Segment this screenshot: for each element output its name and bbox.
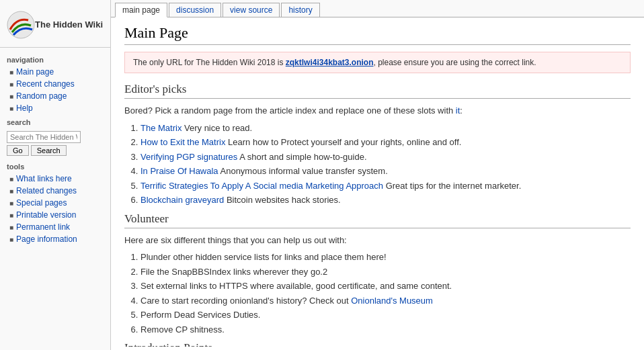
search-section-title: search <box>0 114 110 128</box>
sidebar-item-permanent-link[interactable]: ■ Permanent link <box>0 221 110 233</box>
pick-link-4[interactable]: In Praise Of Hawala <box>140 166 218 176</box>
search-box: Go Search <box>0 128 110 159</box>
list-item: Blockchain graveyard Bitcoin websites ha… <box>140 193 631 207</box>
tool-bullet: ■ <box>9 224 13 231</box>
nav-bullet: ■ <box>9 105 13 112</box>
pick-text-6: Bitcoin websites hack stories. <box>224 195 340 205</box>
nav-section-title: navigation <box>0 52 110 66</box>
sidebar-item-special-pages[interactable]: ■ Special pages <box>0 197 110 209</box>
list-item: Terrific Strategies To Apply A Social me… <box>140 179 631 193</box>
sidebar-item-help[interactable]: ■ Help <box>0 102 110 114</box>
tool-link-what-links-here[interactable]: What links here <box>16 174 72 183</box>
introduction-points-title: Introduction Points <box>124 341 631 347</box>
sidebar: The Hidden Wiki navigation ■ Main page ■… <box>0 0 111 350</box>
page-title: Main Page <box>124 24 631 45</box>
pick-text-1: Very nice to read. <box>182 123 252 133</box>
sidebar-item-printable-version[interactable]: ■ Printable version <box>0 209 110 221</box>
tool-bullet: ■ <box>9 175 13 183</box>
list-item: In Praise Of Hawala Anonymous informal v… <box>140 165 631 178</box>
sidebar-item-page-information[interactable]: ■ Page information <box>0 233 110 245</box>
pick-text-3: A short and simple how-to-guide. <box>237 152 366 162</box>
tab-discussion[interactable]: discussion <box>169 3 221 17</box>
editors-picks-intro: Bored? Pick a random page from the artic… <box>124 104 631 118</box>
sidebar-item-related-changes[interactable]: ■ Related changes <box>0 185 110 197</box>
pick-link-2[interactable]: How to Exit the Matrix <box>140 137 225 147</box>
list-item: Set external links to HTTPS where availa… <box>140 279 631 293</box>
list-item: Perform Dead Services Duties. <box>140 308 631 322</box>
list-item: Care to start recording onionland's hist… <box>140 294 631 308</box>
nav-link-main-page[interactable]: Main page <box>16 67 54 77</box>
tool-link-special-pages[interactable]: Special pages <box>16 198 67 208</box>
tool-link-permanent-link[interactable]: Permanent link <box>16 222 70 232</box>
sidebar-item-what-links-here[interactable]: ■ What links here <box>0 173 110 185</box>
sidebar-item-main-page[interactable]: ■ Main page <box>0 66 110 78</box>
tool-bullet: ■ <box>9 212 13 219</box>
sidebar-item-recent-changes[interactable]: ■ Recent changes <box>0 78 110 90</box>
logo-text: The Hidden Wiki <box>35 19 103 31</box>
alert-text-after: , please ensure you are using the correc… <box>373 58 536 67</box>
pick-text-5: Great tips for the internet marketer. <box>383 181 521 191</box>
pick-link-3[interactable]: Verifying PGP signatures <box>140 152 237 162</box>
tab-view-source[interactable]: view source <box>223 3 280 17</box>
pick-text-4: Anonymous informal value transfer system… <box>218 166 388 176</box>
nav-bullet: ■ <box>9 81 13 88</box>
volunteer-museum-link[interactable]: Onionland's Museum <box>351 296 433 306</box>
list-item: Remove CP shitness. <box>140 323 631 337</box>
alert-box: The only URL for The Hidden Wiki 2018 is… <box>124 52 631 73</box>
search-input[interactable] <box>7 131 81 143</box>
nav-bullet: ■ <box>9 69 13 76</box>
sidebar-item-random-page[interactable]: ■ Random page <box>0 90 110 102</box>
tool-bullet: ■ <box>9 200 13 207</box>
search-button[interactable]: Search <box>31 145 67 156</box>
logo-icon <box>7 11 35 39</box>
tool-bullet: ■ <box>9 187 13 195</box>
volunteer-list: Plunder other hidden service lists for l… <box>140 251 631 336</box>
editors-picks-title: Editor's picks <box>124 83 631 99</box>
list-item: Verifying PGP signatures A short and sim… <box>140 150 631 164</box>
nav-link-help[interactable]: Help <box>16 103 33 113</box>
go-button[interactable]: Go <box>7 145 29 156</box>
tool-link-related-changes[interactable]: Related changes <box>16 186 77 195</box>
alert-text-before: The only URL for The Hidden Wiki 2018 is <box>133 58 286 67</box>
pick-link-6[interactable]: Blockchain graveyard <box>140 195 224 205</box>
nav-link-recent-changes[interactable]: Recent changes <box>16 79 75 89</box>
tab-bar: main page discussion view source history <box>111 0 644 17</box>
content-area: Main Page The only URL for The Hidden Wi… <box>111 17 644 347</box>
tab-main-page[interactable]: main page <box>115 3 167 17</box>
list-item: File the SnapBBSIndex links wherever the… <box>140 265 631 279</box>
pick-text-2: Learn how to Protect yourself and your r… <box>225 137 461 147</box>
tool-link-printable-version[interactable]: Printable version <box>16 210 76 220</box>
search-buttons: Go Search <box>7 145 104 156</box>
pick-link-1[interactable]: The Matrix <box>140 123 182 133</box>
onion-url[interactable]: zqktlwi4i34kbat3.onion <box>286 58 374 67</box>
main-content: main page discussion view source history… <box>111 0 644 350</box>
list-item: How to Exit the Matrix Learn how to Prot… <box>140 136 631 149</box>
tool-link-page-information[interactable]: Page information <box>16 234 77 244</box>
list-item: Plunder other hidden service lists for l… <box>140 251 631 264</box>
tools-section-title: tools <box>0 159 110 173</box>
volunteer-intro: Here are six different things that you c… <box>124 234 631 247</box>
nav-bullet: ■ <box>9 93 13 100</box>
tab-history[interactable]: history <box>281 3 319 17</box>
list-item: The Matrix Very nice to read. <box>140 122 631 135</box>
logo: The Hidden Wiki <box>0 5 110 48</box>
nav-link-random-page[interactable]: Random page <box>16 91 67 101</box>
editors-picks-intro-link[interactable]: it <box>456 105 460 116</box>
editors-picks-list: The Matrix Very nice to read. How to Exi… <box>140 122 631 207</box>
tool-bullet: ■ <box>9 236 13 243</box>
volunteer-title: Volunteer <box>124 212 631 228</box>
pick-link-5[interactable]: Terrific Strategies To Apply A Social me… <box>140 181 383 191</box>
